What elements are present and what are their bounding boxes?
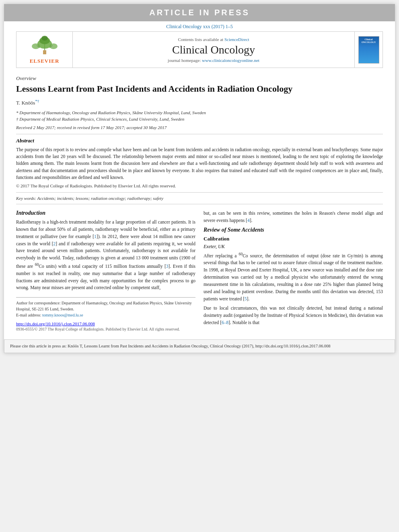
affiliations: * Department of Haematology, Oncology an… [16,109,383,123]
col-right: but, as can be seen in this review, some… [204,210,383,331]
doi-link: http://dx.doi.org/10.1016/j.clon.2017.06… [16,321,195,326]
elsevier-logo-section: ELSEVIER [16,32,73,68]
article-in-press-text: ARTICLE IN PRESS [149,8,250,17]
citation-text: Please cite this article in press as: Kn… [10,344,331,348]
journal-info-line: Clinical Oncology xxx (2017) 1–5 [4,21,395,31]
review-heading: Review of Some Accidents [204,227,383,233]
ref-3-link[interactable]: 3 [166,264,169,269]
author-marks: *† [35,99,39,103]
abstract-section: Abstract The purpose of this report is t… [16,138,383,188]
svg-point-5 [32,43,40,49]
doi-url[interactable]: http://dx.doi.org/10.1016/j.clon.2017.06… [16,321,95,326]
elsevier-label: ELSEVIER [30,58,60,64]
journal-homepage: journal homepage: www.clinicaloncologyon… [168,58,259,63]
intro-heading: Introduction [16,210,195,216]
email-link[interactable]: tommy.knoos@med.lu.se [42,313,83,317]
journal-name: Clinical Oncology [172,43,255,56]
authors-line: T. Knöös*† [16,99,383,106]
svg-point-4 [41,36,48,41]
journal-volume-text: Clinical Oncology xxx (2017) 1–5 [166,24,232,29]
ref-4-link[interactable]: 4 [247,218,250,223]
abstract-text: The purpose of this report is to review … [16,146,383,181]
divider-1 [16,134,383,134]
article-in-press-banner: ARTICLE IN PRESS [4,4,395,21]
received-line: Received 2 May 2017; received in revised… [16,125,383,130]
ref-2-link[interactable]: 2 [53,241,56,246]
article-content: Overview Lessons Learnt from Past Incide… [4,68,395,335]
exeter-text-2: Due to local circumstances, this was not… [204,305,383,326]
keywords-line: Key words: Accidents; incidents; lessons… [16,196,383,201]
journal-cover-thumbnail: ClinicalONCOLOGY [358,36,379,64]
keywords-text: Accidents; incidents; lessons; radiation… [37,196,163,201]
intro-continued: but, as can be seen in this review, some… [204,210,383,224]
two-col-body: Introduction Radiotherapy is a high-tech… [16,210,383,331]
article-title: Lessons Learnt from Past Incidents and A… [16,83,383,95]
footnote-area: Author for correspondence: Department of… [16,297,195,318]
section-label: Overview [16,75,383,82]
col-left: Introduction Radiotherapy is a high-tech… [16,210,195,331]
exeter-text-1: After replacing a 60Co source, the deter… [204,251,383,303]
divider-2 [16,192,383,193]
bottom-copyright: 0936-6555/© 2017 The Royal College of Ra… [16,327,195,331]
journal-cover-section: ClinicalONCOLOGY [354,32,383,68]
svg-point-6 [49,43,58,49]
divider-3 [16,204,383,204]
journal-homepage-link[interactable]: www.clinicaloncologyonline.net [202,58,259,63]
sciencedirect-link[interactable]: ScienceDirect [224,37,249,42]
calibration-heading: Calibration [204,236,383,242]
journal-header-center: Contents lists available at ScienceDirec… [73,32,354,68]
svg-rect-0 [43,50,46,54]
keywords-label: Key words: [16,196,36,201]
author-name: T. Knöös [16,100,35,106]
ref-6-8-link[interactable]: 6–8 [222,320,228,325]
footnote-text: Author for correspondence: Department of… [16,300,195,318]
intro-para-1: Radiotherapy is a high-tech treatment mo… [16,219,195,292]
ref-1-link[interactable]: 1 [94,234,97,239]
affiliation-1: * Department of Haematology, Oncology an… [16,109,383,116]
ref-5-link[interactable]: 5 [245,296,247,301]
cover-text: ClinicalONCOLOGY [362,38,376,44]
email-label: E-mail address: [16,313,41,317]
copyright-line: © 2017 The Royal College of Radiologists… [16,183,383,188]
abstract-title: Abstract [16,138,383,144]
exeter-heading: Exeter, UK [204,244,383,250]
citation-footer: Please cite this article in press as: Kn… [4,339,395,353]
contents-line: Contents lists available at ScienceDirec… [178,37,249,42]
journal-header: ELSEVIER Contents lists available at Sci… [16,31,383,68]
elsevier-tree-icon [29,35,61,57]
affiliation-2: † Department of Medical Radiation Physic… [16,116,383,123]
page: ARTICLE IN PRESS Clinical Oncology xxx (… [4,4,395,353]
